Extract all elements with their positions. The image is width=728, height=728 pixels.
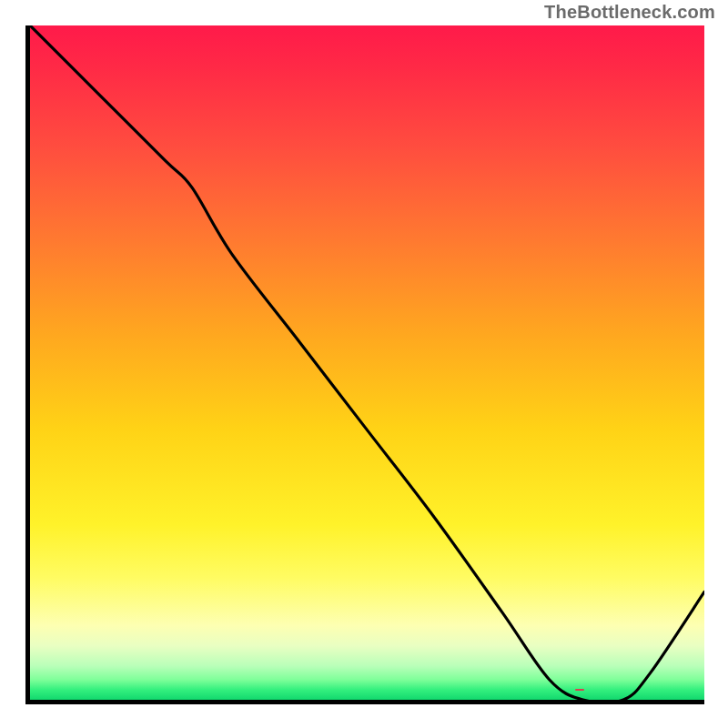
chart-plot-area bbox=[25, 25, 704, 704]
gradient-background bbox=[30, 25, 704, 700]
min-point-label bbox=[575, 689, 584, 691]
watermark-text: TheBottleneck.com bbox=[544, 2, 715, 23]
